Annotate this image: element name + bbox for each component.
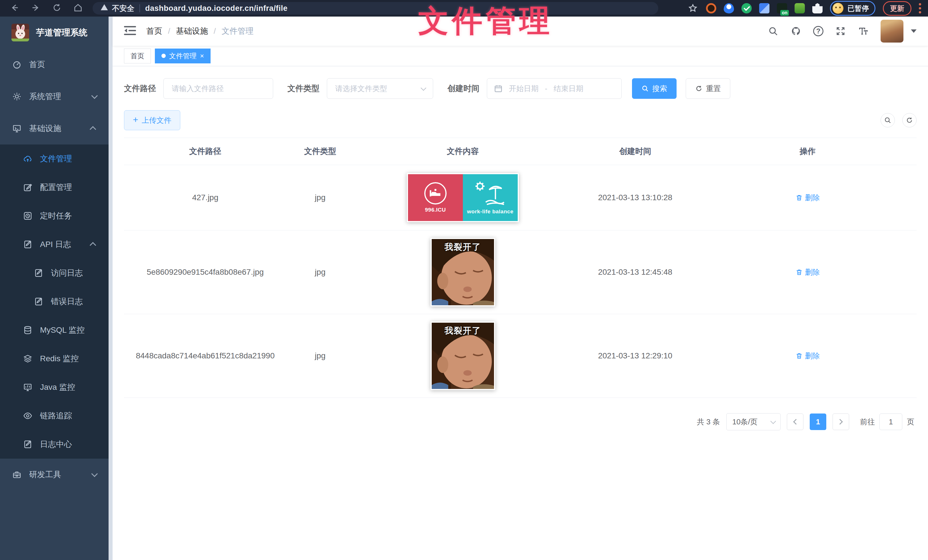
file-thumbnail-996icu[interactable]: 996.ICU work-life balance — [407, 173, 519, 222]
chevron-up-icon — [90, 126, 96, 133]
browser-profile-chip[interactable]: 已暂停 — [830, 1, 875, 16]
sidebar-item-dev-tools[interactable]: 研发工具 — [0, 459, 108, 491]
file-path-cell: 8448cada8c714e4ab61f521c8da21990 — [136, 347, 275, 365]
extension-pin-icon[interactable] — [724, 3, 734, 14]
address-divider — [139, 4, 140, 12]
chevron-down-icon — [770, 418, 776, 424]
close-icon[interactable]: × — [200, 53, 204, 59]
page-size-select[interactable]: 10条/页 — [726, 413, 781, 431]
extension-green-icon[interactable] — [795, 3, 805, 14]
log-icon — [23, 440, 32, 449]
table-row: 427.jpg jpg 996.ICU work-life balance — [124, 165, 917, 230]
chevron-right-icon — [837, 419, 843, 425]
sidebar-item-error-log[interactable]: 错误日志 — [0, 287, 108, 316]
delete-button[interactable]: 删除 — [795, 193, 820, 203]
sidebar-item-system[interactable]: 系统管理 — [0, 81, 108, 113]
extension-green-check-icon[interactable] — [742, 3, 752, 14]
extensions-puzzle-icon[interactable] — [812, 3, 823, 14]
avatar-caret-icon[interactable] — [911, 29, 917, 33]
breadcrumb-home[interactable]: 首页 — [146, 26, 162, 37]
create-time-label: 创建时间 — [447, 83, 479, 94]
breadcrumb: 首页 / 基础设施 / 文件管理 — [146, 26, 254, 37]
reload-icon[interactable] — [52, 3, 62, 14]
sidebar-scrollbar[interactable] — [108, 17, 113, 560]
col-file-content: 文件内容 — [354, 138, 572, 165]
upload-file-button[interactable]: + 上传文件 — [124, 110, 180, 130]
layers-icon — [23, 354, 32, 364]
bed-icon — [424, 182, 447, 204]
address-bar[interactable]: 不安全 dashboard.yudao.iocoder.cn/infra/fil… — [93, 2, 658, 15]
sidebar-submenu-infra: 文件管理 配置管理 定时任务 API 日志 访问日志 错误日志 — [0, 145, 108, 459]
user-avatar[interactable] — [881, 20, 904, 43]
refresh-icon — [695, 85, 702, 92]
meme-caption: 我裂开了 — [432, 241, 494, 253]
beach-umbrella-icon — [473, 181, 507, 207]
prev-page-button[interactable] — [787, 414, 803, 430]
sidebar-item-api-log[interactable]: API 日志 — [0, 230, 108, 259]
sidebar-item-infra[interactable]: 基础设施 — [0, 113, 108, 145]
update-button[interactable]: 更新 — [883, 1, 911, 16]
file-type-cell: jpg — [315, 189, 325, 207]
sidebar-item-home[interactable]: 首页 — [0, 49, 108, 81]
sidebar-item-mysql-monitor[interactable]: MySQL 监控 — [0, 316, 108, 344]
extension-blue-grid-icon[interactable] — [759, 3, 769, 14]
sidebar-item-file-management[interactable]: 文件管理 — [0, 145, 108, 173]
table-row: 5e8609290e915c4fa8b08e67.jpg jpg — [124, 230, 917, 314]
date-range-picker[interactable]: 开始日期 - 结束日期 — [487, 78, 622, 99]
goto-label: 前往 — [860, 417, 875, 427]
file-thumbnail-baby-meme[interactable]: 我裂开了 — [430, 321, 495, 390]
fullscreen-icon[interactable] — [835, 26, 846, 37]
delete-button[interactable]: 删除 — [795, 267, 820, 277]
extension-switch-icon[interactable] — [777, 3, 787, 14]
sidebar-item-label: 系统管理 — [29, 91, 61, 102]
sidebar-item-access-log[interactable]: 访问日志 — [0, 259, 108, 287]
sidebar-item-config-management[interactable]: 配置管理 — [0, 173, 108, 202]
breadcrumb-infra[interactable]: 基础设施 — [176, 26, 208, 37]
home-icon[interactable] — [73, 3, 83, 14]
screen: 不安全 dashboard.yudao.iocoder.cn/infra/fil… — [0, 0, 928, 560]
sidebar-item-redis-monitor[interactable]: Redis 监控 — [0, 344, 108, 373]
page-number-current[interactable]: 1 — [810, 414, 826, 430]
sidebar-item-java-monitor[interactable]: Java 监控 — [0, 373, 108, 402]
file-type-select[interactable]: 请选择文件类型 — [327, 78, 433, 99]
back-icon[interactable] — [10, 3, 20, 14]
reset-button[interactable]: 重置 — [686, 78, 730, 99]
tag-file-management[interactable]: 文件管理 × — [155, 49, 211, 63]
calendar-icon — [494, 84, 502, 93]
forward-icon[interactable] — [31, 3, 41, 14]
sidebar-logo-row[interactable]: 芋道管理系统 — [0, 17, 108, 49]
help-icon[interactable]: ? — [813, 26, 823, 36]
pagination: 共 3 条 10条/页 1 前往 1 页 — [124, 413, 917, 431]
chevron-left-icon — [793, 419, 799, 425]
goto-page-input[interactable]: 1 — [879, 414, 902, 430]
sidebar-item-label: 研发工具 — [29, 469, 61, 480]
font-size-icon[interactable] — [858, 26, 869, 37]
search-button[interactable]: 搜索 — [632, 78, 676, 99]
github-icon[interactable] — [790, 26, 802, 37]
bookmark-star-icon[interactable] — [687, 3, 699, 14]
file-path-input[interactable]: 请输入文件路径 — [163, 78, 273, 99]
sidebar-item-trace[interactable]: 链路追踪 — [0, 402, 108, 430]
start-date-input[interactable]: 开始日期 — [509, 84, 539, 94]
sidebar-item-log-center[interactable]: 日志中心 — [0, 430, 108, 459]
refresh-table-button[interactable] — [902, 113, 917, 127]
end-date-input[interactable]: 结束日期 — [554, 84, 583, 94]
search-icon[interactable] — [768, 26, 779, 37]
chevron-down-icon — [421, 85, 426, 91]
next-page-button[interactable] — [833, 414, 849, 430]
tag-home[interactable]: 首页 — [124, 49, 151, 63]
col-file-type: 文件类型 — [287, 138, 354, 165]
extension-orange-icon[interactable] — [706, 3, 716, 14]
sidebar-item-label: 错误日志 — [51, 296, 83, 307]
timer-icon — [23, 211, 32, 221]
browser-menu-icon[interactable] — [919, 3, 923, 14]
sidebar-item-scheduled-jobs[interactable]: 定时任务 — [0, 202, 108, 230]
file-thumbnail-baby-meme[interactable]: 我裂开了 — [430, 238, 495, 306]
app-title: 芋道管理系统 — [36, 27, 87, 38]
table-header: 文件路径 文件类型 文件内容 创建时间 操作 — [124, 138, 917, 165]
delete-button[interactable]: 删除 — [795, 351, 820, 361]
toggle-search-button[interactable] — [881, 113, 895, 127]
file-path-cell: 427.jpg — [192, 189, 218, 207]
hamburger-icon[interactable] — [124, 26, 136, 37]
security-label: 不安全 — [112, 3, 134, 14]
